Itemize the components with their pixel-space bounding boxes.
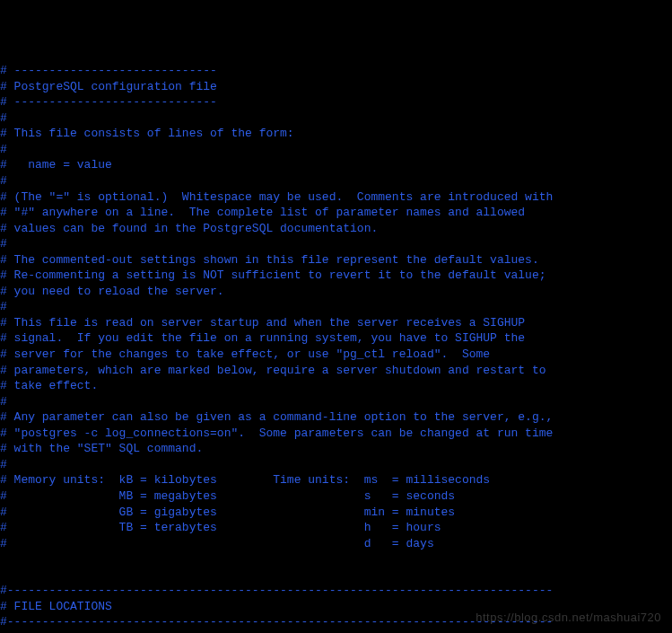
editor-line[interactable]: # xyxy=(0,236,672,252)
editor-line[interactable]: # xyxy=(0,394,672,410)
editor-line[interactable]: # server for the changes to take effect,… xyxy=(0,347,672,363)
editor-line[interactable]: # xyxy=(0,110,672,127)
editor-line[interactable]: # ----------------------------- xyxy=(0,94,672,110)
editor-line[interactable]: # (The "=" is optional.) Whitespace may … xyxy=(0,189,672,206)
editor-line[interactable]: # "#" anywhere on a line. The complete l… xyxy=(0,205,672,221)
editor-line[interactable]: # with the "SET" SQL command. xyxy=(0,441,672,457)
editor-line[interactable]: #---------------------------------------… xyxy=(0,583,672,599)
editor-line[interactable]: # name = value xyxy=(0,157,672,173)
editor-line[interactable]: # xyxy=(0,299,672,315)
editor-line[interactable]: # take effect. xyxy=(0,378,672,394)
editor-line[interactable]: # parameters, which are marked below, re… xyxy=(0,363,672,379)
editor-line[interactable]: # xyxy=(0,142,672,158)
editor-line[interactable]: # xyxy=(0,457,672,473)
editor-line[interactable] xyxy=(0,551,672,567)
editor-line[interactable]: # MB = megabytes s = seconds xyxy=(0,488,672,505)
editor-line[interactable]: # This file consists of lines of the for… xyxy=(0,126,672,142)
watermark-text: https://blog.csdn.net/mashuai720 xyxy=(476,610,661,626)
editor-line[interactable]: # GB = gigabytes min = minutes xyxy=(0,505,672,521)
editor-line[interactable]: # ----------------------------- xyxy=(0,63,672,79)
editor-line[interactable]: # you need to reload the server. xyxy=(0,284,672,300)
editor-line[interactable]: # signal. If you edit the file on a runn… xyxy=(0,330,672,347)
editor-buffer[interactable]: # -----------------------------# Postgre… xyxy=(0,63,672,633)
editor-line[interactable]: # d = days xyxy=(0,536,672,552)
editor-line[interactable]: # Memory units: kB = kilobytes Time unit… xyxy=(0,472,672,488)
editor-line[interactable]: # xyxy=(0,173,672,189)
editor-line[interactable]: # TB = terabytes h = hours xyxy=(0,520,672,536)
editor-line[interactable]: # This file is read on server startup an… xyxy=(0,315,672,331)
editor-line[interactable]: # values can be found in the PostgreSQL … xyxy=(0,221,672,237)
editor-line[interactable]: # PostgreSQL configuration file xyxy=(0,79,672,95)
editor-line[interactable]: # Any parameter can also be given as a c… xyxy=(0,409,672,426)
editor-line[interactable]: # The commented-out settings shown in th… xyxy=(0,252,672,268)
editor-line[interactable] xyxy=(0,567,672,584)
editor-line[interactable]: # Re-commenting a setting is NOT suffici… xyxy=(0,268,672,284)
editor-line[interactable]: # "postgres -c log_connections=on". Some… xyxy=(0,426,672,442)
